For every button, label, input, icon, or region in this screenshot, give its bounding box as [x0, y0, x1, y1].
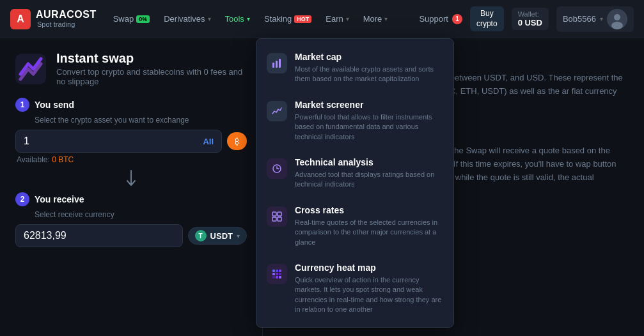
- step1-label: 1 You send: [15, 98, 247, 112]
- swap-title: Instant swap: [56, 51, 247, 66]
- menu-item-technical-analysis[interactable]: Technical analysis Advanced tool that di…: [256, 149, 453, 197]
- svg-rect-11: [278, 217, 281, 221]
- wallet-label: Wallet:: [518, 10, 542, 18]
- more-chevron: ▾: [384, 15, 388, 22]
- menu-item-market-screener[interactable]: Market screener Powerful tool that allow…: [256, 92, 453, 149]
- step1-title: You send: [35, 100, 74, 110]
- svg-rect-13: [276, 270, 278, 272]
- support-button[interactable]: Support 1: [419, 14, 462, 24]
- nav-derivatives[interactable]: Derivatives ▾: [157, 10, 217, 27]
- support-badge: 1: [452, 14, 462, 24]
- step2-section: 2 You receive Select receive currency 62…: [15, 192, 247, 247]
- main-nav: Swap 0% Derivatives ▾ Tools ▾ Staking HO…: [107, 10, 395, 27]
- nav-tools[interactable]: Tools ▾: [219, 10, 256, 27]
- available-balance: Available: 0 BTC: [17, 155, 247, 164]
- technical-analysis-icon: [267, 158, 287, 179]
- market-cap-desc: Most of the available crypto assets and …: [295, 65, 443, 84]
- svg-rect-17: [279, 273, 281, 275]
- swap-direction-arrow: [15, 169, 247, 187]
- nav-more[interactable]: More ▾: [357, 10, 395, 27]
- menu-item-market-cap[interactable]: Market cap Most of the available crypto …: [256, 44, 453, 92]
- tools-dropdown-menu: Market cap Most of the available crypto …: [256, 38, 454, 328]
- currency-heat-map-desc: Quick overview of action in the currency…: [295, 275, 443, 315]
- nav-earn-label: Earn: [326, 14, 343, 24]
- cross-rates-icon: [267, 206, 287, 227]
- usdt-icon: T: [195, 230, 207, 241]
- step1-number: 1: [15, 98, 29, 112]
- market-cap-content: Market cap Most of the available crypto …: [295, 52, 443, 84]
- svg-rect-10: [272, 217, 276, 221]
- header-right: Support 1 Buy crypto Wallet: 0 USD Bob55…: [419, 6, 634, 32]
- svg-rect-9: [278, 212, 281, 216]
- nav-derivatives-label: Derivatives: [164, 14, 205, 24]
- staking-badge: HOT: [294, 15, 311, 23]
- swap-title-group: Instant swap Convert top crypto and stab…: [56, 51, 247, 86]
- btc-icon: ₿: [235, 136, 239, 146]
- nav-more-label: More: [363, 14, 382, 24]
- step1-desc: Select the crypto asset you want to exch…: [35, 116, 247, 125]
- currency-heat-map-content: Currency heat map Quick overview of acti…: [295, 263, 443, 315]
- all-button[interactable]: All: [203, 137, 214, 146]
- market-screener-desc: Powerful tool that allows to filter inst…: [295, 112, 443, 142]
- user-chevron: ▾: [600, 15, 603, 22]
- send-amount-input-container: All: [15, 130, 222, 153]
- technical-analysis-title: Technical analysis: [295, 157, 443, 167]
- buy-crypto-button[interactable]: Buy crypto: [470, 6, 504, 31]
- market-screener-content: Market screener Powerful tool that allow…: [295, 100, 443, 142]
- technical-analysis-content: Technical analysis Advanced tool that di…: [295, 157, 443, 190]
- instant-swap-header: Instant swap Convert top crypto and stab…: [15, 51, 247, 86]
- market-cap-title: Market cap: [295, 52, 443, 62]
- logo-icon: A: [10, 9, 31, 29]
- svg-rect-15: [272, 273, 275, 275]
- svg-rect-14: [279, 270, 281, 272]
- svg-rect-4: [272, 63, 274, 68]
- menu-item-currency-heat-map[interactable]: Currency heat map Quick overview of acti…: [256, 255, 453, 323]
- support-label: Support: [419, 14, 448, 24]
- receive-amount-value: 62813,99: [24, 230, 175, 241]
- user-avatar: [607, 9, 627, 29]
- svg-point-2: [611, 22, 623, 29]
- usdt-chevron: ▾: [237, 233, 240, 240]
- menu-item-cross-rates[interactable]: Cross rates Real-time quotes of the sele…: [256, 197, 453, 255]
- svg-rect-20: [279, 276, 281, 279]
- brand-name: AURACOST: [36, 9, 97, 20]
- buy-label: Buy: [480, 9, 494, 19]
- nav-swap-label: Swap: [113, 14, 134, 24]
- receive-currency-selector[interactable]: T USDT ▾: [188, 227, 247, 245]
- wallet-text-group: Wallet: 0 USD: [518, 10, 542, 27]
- svg-rect-19: [276, 276, 278, 279]
- nav-staking[interactable]: Staking HOT: [258, 10, 318, 27]
- currency-heat-map-title: Currency heat map: [295, 263, 443, 273]
- step2-label: 2 You receive: [15, 192, 247, 206]
- brand-sub: Spot trading: [37, 20, 97, 29]
- currency-heat-map-icon: [267, 264, 287, 284]
- send-crypto-selector[interactable]: ₿: [227, 132, 247, 150]
- send-amount-input[interactable]: [24, 135, 198, 147]
- nav-swap[interactable]: Swap 0%: [107, 10, 157, 27]
- market-screener-icon: [267, 101, 287, 121]
- tools-chevron: ▾: [247, 15, 250, 22]
- step2-title: You receive: [35, 194, 84, 204]
- receive-amount-container: 62813,99: [15, 224, 183, 247]
- nav-staking-label: Staking: [264, 14, 292, 24]
- wallet-amount: 0 USD: [518, 18, 542, 27]
- svg-rect-16: [276, 273, 278, 275]
- step2-desc: Select receive currency: [35, 210, 247, 219]
- header: A AURACOST Spot trading Swap 0% Derivati…: [0, 0, 644, 38]
- svg-rect-18: [272, 276, 275, 279]
- step2-number: 2: [15, 192, 29, 206]
- swap-subtitle: Convert top crypto and stablecoins with …: [56, 67, 247, 86]
- technical-analysis-desc: Advanced tool that displays ratings base…: [295, 170, 443, 190]
- wallet-info[interactable]: Wallet: 0 USD: [512, 8, 549, 30]
- svg-rect-6: [279, 59, 281, 68]
- swap-badge: 0%: [136, 15, 150, 23]
- user-profile[interactable]: Bob5566 ▾: [556, 6, 634, 32]
- nav-earn[interactable]: Earn ▾: [319, 10, 355, 27]
- brand-group: AURACOST Spot trading: [36, 9, 97, 29]
- cross-rates-content: Cross rates Real-time quotes of the sele…: [295, 205, 443, 247]
- swap-panel: Instant swap Convert top crypto and stab…: [0, 38, 262, 336]
- svg-point-1: [614, 14, 620, 20]
- svg-rect-8: [272, 212, 276, 216]
- market-cap-icon: [267, 53, 287, 73]
- cross-rates-title: Cross rates: [295, 205, 443, 215]
